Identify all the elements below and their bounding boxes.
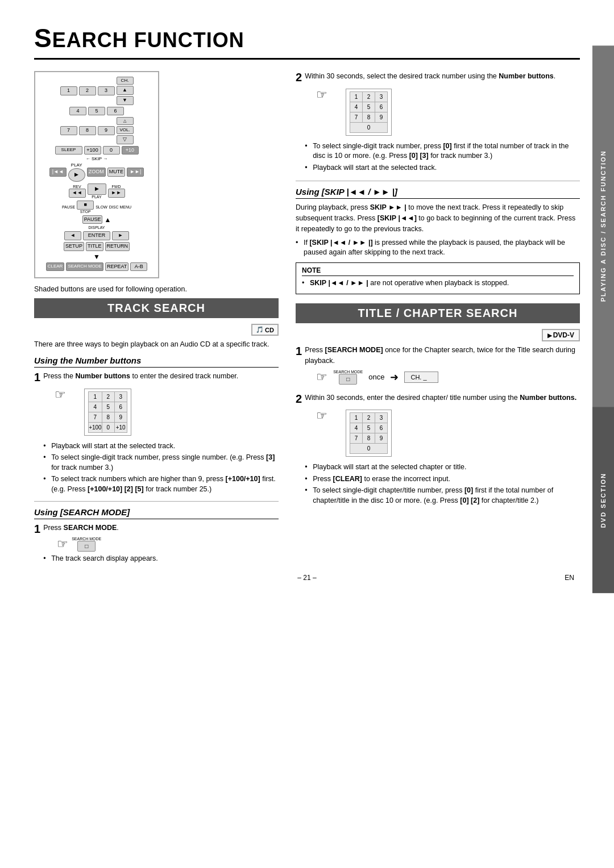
note-bullets: SKIP |◄◄ / ►► | are not operative when p… — [302, 278, 574, 289]
search-mode-btn2: □ — [339, 374, 357, 385]
bullet-item: Press [CLEAR] to erase the incorrect inp… — [305, 474, 580, 485]
title-chapter-section: TITLE / CHAPTER SEARCH ▶ DVD-V 1 Press [… — [296, 303, 580, 508]
once-illustration: ☞ SEARCH MODE □ once ➜ CH. _ — [316, 370, 580, 385]
bullet-item: To select track numbers which are higher… — [43, 474, 279, 494]
keypad-right: 123 456 789 0 — [346, 89, 392, 136]
using-number-heading: Using the Number buttons — [34, 356, 279, 368]
number-bullets: Playback will start at the selected trac… — [43, 441, 279, 495]
page-number: – 21 – — [297, 574, 316, 582]
bullet-item: Playback will start at the selected trac… — [305, 163, 580, 173]
sidebar-playing: PLAYING A DISC / SEARCH FUNCTION — [592, 45, 614, 407]
bullet-item: The track search display appears. — [43, 554, 279, 564]
tc-step1-text: Press [SEARCH MODE] once for the Chapter… — [305, 345, 580, 366]
hand-icon: ☞ — [55, 387, 66, 402]
keypad-illustration: 123 456 789 +1000+10 — [84, 389, 131, 436]
hand-icon-tc2: ☞ — [316, 408, 327, 423]
bullet-item: If [SKIP |◄◄ / ►► |] is pressed while th… — [296, 238, 580, 258]
arrow-icon: ➜ — [390, 371, 399, 383]
step2-text: Within 30 seconds, select the desired tr… — [305, 71, 580, 82]
chapter-display: CH. _ — [404, 372, 438, 383]
bullet-item: To select single-digit chapter/title num… — [305, 486, 580, 506]
hand-icon-r: ☞ — [316, 87, 327, 102]
using-search-mode-heading: Using [SEARCH MODE] — [34, 507, 279, 519]
step1-search-num: 1 — [34, 523, 40, 535]
search-mode-label: SEARCH MODE — [72, 537, 101, 541]
step1-search-text: Press SEARCH MODE. — [43, 523, 279, 533]
skip-bullets: If [SKIP |◄◄ / ►► |] is pressed while th… — [296, 238, 580, 258]
sidebar-dvd: DVD SECTION — [592, 407, 614, 593]
track-search-section: TRACK SEARCH 🎵 CD There are three ways t… — [34, 298, 279, 566]
title-chapter-header: TITLE / CHAPTER SEARCH — [296, 303, 580, 323]
title-rest: EARCH FUNCTION — [52, 28, 244, 52]
search-mode-bullets: The track search display appears. — [43, 554, 279, 564]
dvd-logo: ▶ DVD-V — [542, 329, 580, 341]
hand-icon-search: ☞ — [57, 537, 68, 552]
note-title: NOTE — [302, 266, 574, 276]
hand-icon-tc: ☞ — [316, 370, 327, 385]
skip-text: During playback, press SKIP ►► | to move… — [296, 202, 580, 234]
once-label: once — [368, 373, 384, 381]
bullet-item: Playback will start at the selected trac… — [43, 441, 279, 452]
search-mode-label2: SEARCH MODE — [333, 370, 363, 374]
footer-lang: EN — [565, 574, 574, 582]
page-title: SEARCH FUNCTION — [34, 23, 580, 60]
remote-illustration: 123 CH. ▲ ▼ 456 789 △ VOL. ▽ — [34, 71, 159, 278]
tc-step2-bullets: Playback will start at the selected chap… — [305, 462, 580, 506]
step2-bullets: To select single-digit track number, pre… — [305, 141, 580, 173]
search-mode-button: □ — [77, 541, 96, 552]
title-s: S — [34, 23, 52, 53]
step2-num: 2 — [296, 71, 302, 84]
tc-step2-text: Within 30 seconds, enter the desired cha… — [305, 393, 580, 403]
step1-num: 1 — [34, 371, 40, 383]
note-box: NOTE SKIP |◄◄ / ►► | are not operative w… — [296, 262, 580, 295]
keypad-tc: 123 456 789 0 — [346, 410, 392, 457]
track-search-intro: There are three ways to begin playback o… — [34, 339, 279, 350]
tc-step1-num: 1 — [296, 345, 302, 357]
track-search-header: TRACK SEARCH — [34, 298, 279, 318]
cd-logo: 🎵 CD — [251, 324, 279, 336]
shaded-note: Shaded buttons are used for following op… — [34, 284, 279, 295]
step1-number-text: Press the Number buttons to enter the de… — [43, 371, 279, 382]
using-skip-heading: Using [SKIP |◄◄ / ►► |] — [296, 187, 580, 199]
tc-step2-num: 2 — [296, 393, 302, 405]
right-sidebar: PLAYING A DISC / SEARCH FUNCTION DVD SEC… — [592, 45, 614, 593]
bullet-item: SKIP |◄◄ / ►► | are not operative when p… — [302, 278, 574, 289]
bullet-item: To select single-digit track number, pre… — [305, 141, 580, 161]
bullet-item: To select single-digit track number, pre… — [43, 453, 279, 473]
footer: – 21 – — [0, 574, 614, 582]
bullet-item: Playback will start at the selected chap… — [305, 462, 580, 473]
